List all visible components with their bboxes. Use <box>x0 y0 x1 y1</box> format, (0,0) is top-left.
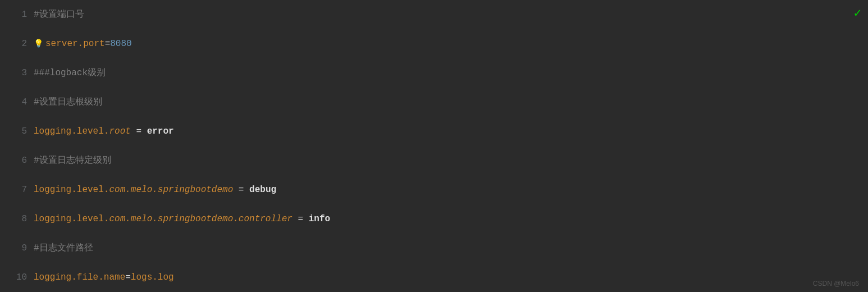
line-number-10: 10 <box>16 263 27 292</box>
property-value: logs.log <box>131 263 174 292</box>
comment-text: ###logback级别 <box>34 58 106 88</box>
editor: 12345678910 #设置端口号💡server.port=8080###lo… <box>0 0 868 292</box>
code-line-8: logging.level.com.melo.springbootdemo.co… <box>34 204 868 234</box>
comment-text: #设置端口号 <box>34 0 84 29</box>
code-line-5: logging.level.root = error <box>34 117 868 146</box>
line-number-8: 8 <box>21 204 27 234</box>
line-number-9: 9 <box>21 234 27 263</box>
bulb-icon: 💡 <box>34 29 43 58</box>
line-number-3: 3 <box>21 58 27 88</box>
equals-sign: = <box>233 175 249 204</box>
watermark: CSDN @Melo6 <box>813 280 859 288</box>
property-key: logging.file.name <box>34 263 125 292</box>
line-number-7: 7 <box>21 175 27 204</box>
line-number-2: 2 <box>21 29 27 58</box>
line-number-1: 1 <box>21 0 27 29</box>
code-line-10: logging.file.name=logs.log <box>34 263 868 292</box>
property-key-italic: root <box>109 117 130 146</box>
property-value: 8080 <box>110 29 131 58</box>
code-line-4: #设置日志根级别 <box>34 88 868 117</box>
property-key-plain: logging.level. <box>34 175 109 204</box>
code-line-6: #设置日志特定级别 <box>34 146 868 175</box>
property-key: server.port <box>45 29 105 58</box>
code-line-1: #设置端口号 <box>34 0 868 29</box>
property-key-plain: logging.level. <box>34 204 109 234</box>
property-key-italic: com.melo.springbootdemo <box>109 175 233 204</box>
comment-text: #设置日志根级别 <box>34 88 102 117</box>
property-key-italic: com.melo.springbootdemo.controller <box>109 204 292 234</box>
code-line-9: #日志文件路径 <box>34 234 868 263</box>
code-line-3: ###logback级别 <box>34 58 868 88</box>
property-value: info <box>309 204 330 234</box>
line-numbers: 12345678910 <box>0 0 34 292</box>
code-line-7: logging.level.com.melo.springbootdemo = … <box>34 175 868 204</box>
property-value: error <box>147 117 174 146</box>
code-line-2: 💡server.port=8080 <box>34 29 868 58</box>
equals-sign: = <box>293 204 309 234</box>
checkmark-icon: ✓ <box>854 6 861 21</box>
property-value: debug <box>249 175 276 204</box>
line-number-4: 4 <box>21 88 27 117</box>
property-key-plain: logging.level. <box>34 117 109 146</box>
line-number-5: 5 <box>21 117 27 146</box>
code-area[interactable]: #设置端口号💡server.port=8080###logback级别#设置日志… <box>34 0 868 292</box>
comment-text: #设置日志特定级别 <box>34 146 111 175</box>
equals-sign: = <box>105 29 111 58</box>
comment-text: #日志文件路径 <box>34 234 93 263</box>
equals-sign: = <box>131 117 147 146</box>
line-number-6: 6 <box>21 146 27 175</box>
equals-sign: = <box>125 263 131 292</box>
